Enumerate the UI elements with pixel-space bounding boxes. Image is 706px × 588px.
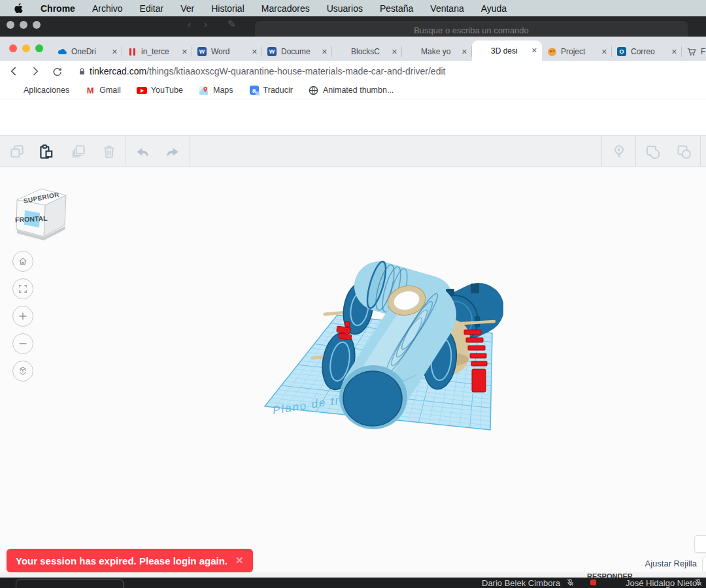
apple-icon[interactable] bbox=[14, 3, 24, 14]
tab-in-terce[interactable]: in_terce ✕ bbox=[122, 42, 192, 61]
tab-close-icon[interactable]: ✕ bbox=[601, 48, 607, 56]
grid-units-button[interactable] bbox=[702, 557, 706, 572]
group-button[interactable] bbox=[643, 142, 662, 161]
menu-editar[interactable]: Editar bbox=[140, 3, 164, 14]
home-view-button[interactable] bbox=[12, 251, 33, 272]
tab-label: F bbox=[701, 47, 706, 56]
bookmark-maps[interactable]: Maps bbox=[199, 85, 233, 95]
menu-ayuda[interactable]: Ayuda bbox=[481, 3, 507, 14]
reload-icon[interactable] bbox=[49, 63, 65, 79]
perspective-toggle-button[interactable] bbox=[12, 361, 33, 382]
compose-icon[interactable]: ✎ bbox=[227, 18, 236, 30]
back-icon[interactable]: ‹ bbox=[188, 18, 191, 29]
tinkercad-header: T I N K E R C A D Quarantine (House Mate… bbox=[0, 99, 706, 135]
zoom-in-button[interactable] bbox=[12, 306, 33, 327]
undo-button[interactable] bbox=[133, 142, 152, 161]
bookmark-gmail[interactable]: M Gmail bbox=[85, 85, 121, 95]
translate-icon: a bbox=[249, 85, 260, 95]
zoom-out-button[interactable] bbox=[12, 333, 33, 354]
tab-close-icon[interactable]: ✕ bbox=[462, 48, 467, 56]
tab-project[interactable]: Project ✕ bbox=[542, 42, 612, 61]
duplicate-button[interactable] bbox=[69, 142, 88, 161]
tab-cart[interactable]: F bbox=[682, 42, 706, 61]
zoom-window-button[interactable] bbox=[35, 44, 43, 52]
view-cube[interactable]: SUPERIOR FRONTAL bbox=[10, 182, 71, 242]
tab-label: Docume bbox=[281, 47, 318, 56]
model-scene[interactable]: Plano de tr bbox=[255, 260, 503, 436]
globe-icon bbox=[309, 85, 319, 95]
tab-label: Correo bbox=[631, 47, 667, 56]
tab-document[interactable]: W Docume ✕ bbox=[262, 42, 332, 61]
minimize-window-button[interactable] bbox=[22, 44, 30, 52]
tab-label: BlocksC bbox=[351, 47, 388, 56]
tab-close-icon[interactable]: ✕ bbox=[322, 48, 328, 56]
fit-view-button[interactable] bbox=[12, 278, 33, 299]
adjust-grid-label[interactable]: Ajustar Rejilla bbox=[645, 559, 697, 568]
toolbar-divider bbox=[601, 136, 602, 166]
grid-settings-button[interactable] bbox=[694, 535, 706, 553]
tab-close-icon[interactable]: ✕ bbox=[671, 48, 677, 56]
tab-3d-design[interactable]: 3D desi ✕ bbox=[472, 41, 542, 61]
tab-onedrive[interactable]: OneDri ✕ bbox=[52, 42, 122, 61]
word-icon: W bbox=[197, 46, 207, 57]
tab-label: Word bbox=[211, 47, 248, 56]
background-call-bar: Dario Belek Cimbora José Hidalgo Nieto bbox=[0, 578, 706, 588]
tab-correo[interactable]: O Correo ✕ bbox=[612, 42, 682, 61]
lightbulb-icon[interactable] bbox=[610, 142, 628, 161]
tab-close-icon[interactable]: ✕ bbox=[112, 48, 118, 56]
bookmark-label: Aplicaciones bbox=[24, 86, 69, 95]
forward-icon[interactable] bbox=[27, 63, 43, 79]
toolbar-divider bbox=[635, 136, 636, 166]
tab-close-icon[interactable]: ✕ bbox=[392, 48, 397, 56]
bookmark-aplicaciones[interactable]: Aplicaciones bbox=[9, 85, 69, 95]
background-window-close-button[interactable] bbox=[7, 21, 14, 29]
menu-ver[interactable]: Ver bbox=[180, 3, 194, 14]
delete-button[interactable] bbox=[100, 142, 118, 161]
bookmark-animated-thumbnail[interactable]: Animated thumbn... bbox=[309, 85, 394, 95]
redo-button[interactable] bbox=[163, 142, 182, 161]
bookmarks-bar: Aplicaciones M Gmail YouTube Maps a Trad… bbox=[0, 82, 706, 99]
chrome-addressbar: tinkercad.com/things/ktiaaoxscgW-quarant… bbox=[0, 61, 706, 82]
copy-button[interactable] bbox=[8, 142, 26, 161]
paste-button[interactable] bbox=[37, 142, 55, 161]
tab-close-icon[interactable]: ✕ bbox=[252, 48, 258, 56]
menu-ventana[interactable]: Ventana bbox=[430, 3, 463, 14]
bookmark-label: YouTube bbox=[151, 86, 183, 95]
onedrive-icon bbox=[57, 46, 67, 57]
outlook-icon: O bbox=[616, 46, 627, 57]
youtube-icon bbox=[137, 85, 147, 95]
tab-word[interactable]: W Word ✕ bbox=[192, 42, 262, 61]
command-search-input[interactable]: Busque o escriba un comando bbox=[255, 21, 688, 37]
close-icon[interactable]: ✕ bbox=[235, 555, 244, 566]
bookmark-label: Maps bbox=[213, 86, 233, 95]
ungroup-button[interactable] bbox=[675, 142, 693, 161]
tab-blockscad[interactable]: BlocksC ✕ bbox=[332, 42, 402, 61]
tab-make[interactable]: Make yo ✕ bbox=[402, 42, 472, 61]
background-window-zoom-button[interactable] bbox=[33, 21, 41, 29]
menu-pestana[interactable]: Pestaña bbox=[380, 3, 413, 14]
background-window-minimize-button[interactable] bbox=[20, 21, 27, 29]
background-call-button[interactable] bbox=[16, 580, 124, 588]
respond-button[interactable]: RESPONDER bbox=[587, 572, 633, 578]
tab-list: OneDri ✕ in_terce ✕ W Word ✕ W Docume ✕ … bbox=[52, 37, 706, 61]
menu-usuarios[interactable]: Usuarios bbox=[327, 3, 363, 14]
tab-label: Project bbox=[561, 47, 597, 56]
forward-icon[interactable]: › bbox=[204, 18, 207, 29]
back-icon[interactable] bbox=[6, 63, 22, 79]
bookmark-youtube[interactable]: YouTube bbox=[137, 85, 183, 95]
word-icon: W bbox=[267, 46, 277, 57]
close-window-button[interactable] bbox=[9, 44, 17, 52]
car-front-cap[interactable] bbox=[339, 365, 407, 429]
menu-chrome[interactable]: Chrome bbox=[41, 3, 75, 14]
tab-close-icon[interactable]: ✕ bbox=[182, 48, 188, 56]
apps-grid-icon bbox=[9, 85, 20, 95]
bookmark-traducir[interactable]: a Traducir bbox=[249, 85, 293, 95]
background-lightstrip: RESPONDER bbox=[0, 572, 706, 578]
omnibox[interactable]: tinkercad.com/things/ktiaaoxscgW-quarant… bbox=[74, 63, 445, 79]
lock-icon[interactable] bbox=[74, 63, 90, 79]
viewport-3d[interactable]: SUPERIOR FRONTAL Plano de tr bbox=[0, 167, 706, 572]
menu-historial[interactable]: Historial bbox=[211, 3, 244, 14]
menu-archivo[interactable]: Archivo bbox=[92, 3, 123, 14]
tab-close-icon[interactable]: ✕ bbox=[531, 46, 537, 55]
menu-marcadores[interactable]: Marcadores bbox=[261, 3, 310, 14]
